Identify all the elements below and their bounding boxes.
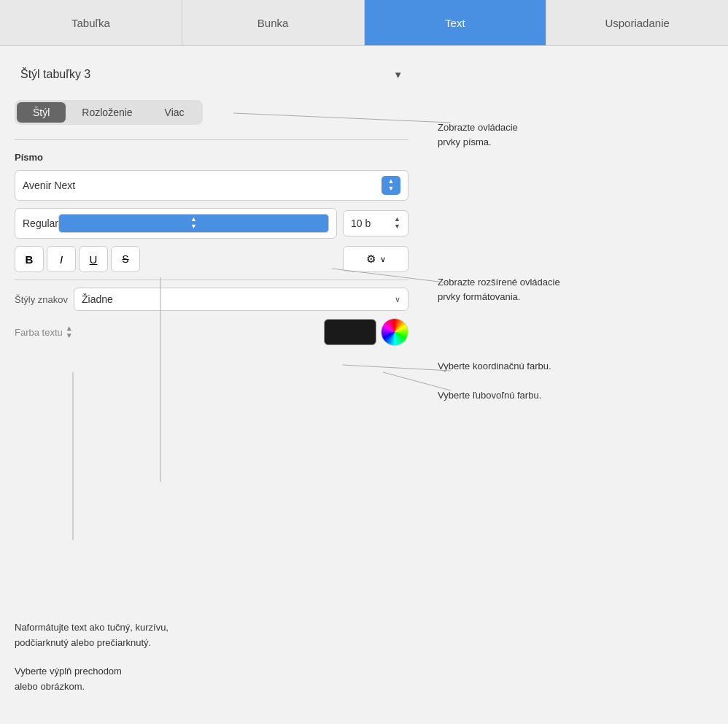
- gear-chevron-icon: ∨: [380, 255, 386, 264]
- tab-bunka[interactable]: Bunka: [182, 0, 365, 45]
- font-name-row: Avenir Next ▲ ▼: [15, 170, 408, 201]
- font-size-value: 10 b: [351, 217, 371, 229]
- underline-button[interactable]: U: [79, 246, 108, 272]
- color-swatch[interactable]: [324, 319, 376, 345]
- style-selector-value: Štýl tabuľky 3: [20, 68, 90, 81]
- gear-dropdown-button[interactable]: ⚙ ∨: [343, 246, 408, 272]
- font-style-stepper[interactable]: ▲ ▼: [58, 214, 329, 233]
- char-style-label: Štýly znakov: [15, 294, 68, 305]
- sub-tab-viac[interactable]: Viac: [149, 102, 201, 123]
- font-style-field[interactable]: Regular ▲ ▼: [15, 208, 337, 239]
- font-section-label: Písmo: [15, 152, 408, 163]
- font-name-field[interactable]: Avenir Next ▲ ▼: [15, 170, 408, 201]
- svg-line-2: [343, 365, 451, 371]
- annotation-format-controls: Zobrazte rozšírené ovládacie prvky formá…: [438, 275, 560, 304]
- tab-bar: Tabuľka Bunka Text Usporiadanie: [0, 0, 728, 46]
- font-style-value: Regular: [23, 217, 58, 229]
- font-style-row: Regular ▲ ▼ 10 b ▲ ▼: [15, 208, 408, 239]
- text-color-label: Farba textu ▲ ▼: [15, 325, 73, 339]
- color-wheel-button[interactable]: [381, 318, 408, 346]
- char-style-row: Štýly znakov Žiadne ∨: [15, 280, 408, 311]
- tab-text[interactable]: Text: [365, 0, 547, 45]
- font-size-stepper[interactable]: ▲ ▼: [394, 216, 400, 231]
- sub-tab-group: Štýl Rozloženie Viac: [15, 100, 203, 125]
- char-style-dropdown[interactable]: Žiadne ∨: [74, 288, 408, 311]
- italic-button[interactable]: I: [47, 246, 76, 272]
- strikethrough-button[interactable]: S: [111, 246, 140, 272]
- annotation-font-controls: Zobrazte ovládacie prvky písma.: [438, 120, 518, 149]
- format-btn-row: B I U S ⚙ ∨: [15, 246, 408, 272]
- tab-tabulka[interactable]: Tabuľka: [0, 0, 182, 45]
- annotation-any-color: Vyberte ľubovoľnú farbu.: [438, 388, 541, 403]
- font-size-field[interactable]: 10 b ▲ ▼: [343, 210, 408, 236]
- annotation-gradient-fill: Vyberte výplň prechodom alebo obrázkom.: [15, 664, 122, 695]
- style-selector[interactable]: Štýl tabuľky 3 ▼: [15, 63, 408, 85]
- sub-tab-rozlozenie[interactable]: Rozloženie: [66, 102, 148, 123]
- bold-button[interactable]: B: [15, 246, 44, 272]
- annotation-format-text: Naformátujte text ako tučný, kurzívu, po…: [15, 620, 169, 651]
- char-style-value: Žiadne: [82, 293, 113, 305]
- divider-1: [15, 139, 408, 140]
- text-color-row: Farba textu ▲ ▼: [15, 318, 408, 346]
- sub-tab-styl[interactable]: Štýl: [17, 102, 66, 123]
- annotation-coord-color: Vyberte koordinačnú farbu.: [438, 359, 551, 374]
- gear-icon: ⚙: [366, 253, 376, 266]
- tab-usporiadanie[interactable]: Usporiadanie: [546, 0, 728, 45]
- char-style-arrow-icon: ∨: [395, 295, 400, 304]
- text-color-stepper[interactable]: ▲ ▼: [66, 325, 73, 339]
- font-section: Písmo Avenir Next ▲ ▼: [15, 152, 408, 346]
- font-name-value: Avenir Next: [23, 180, 75, 191]
- font-name-stepper[interactable]: ▲ ▼: [382, 176, 400, 195]
- dropdown-arrow-icon: ▼: [393, 69, 403, 80]
